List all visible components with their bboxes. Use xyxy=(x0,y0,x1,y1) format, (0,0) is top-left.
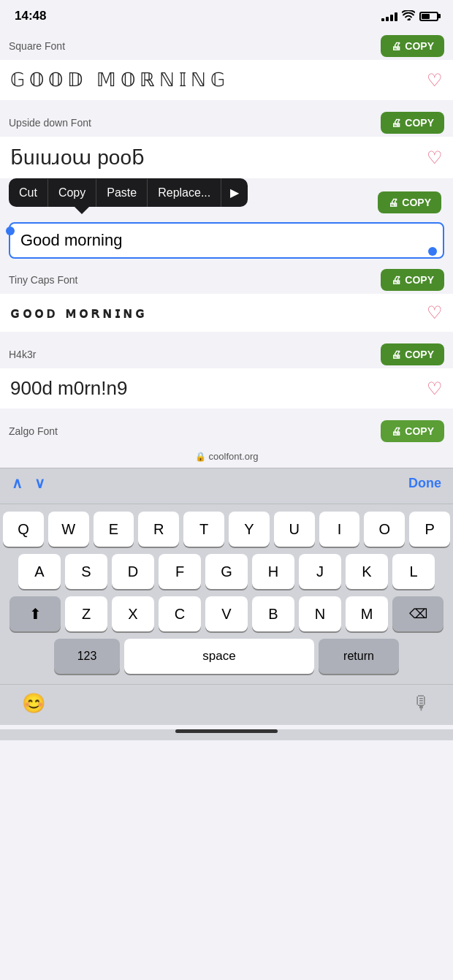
key-return[interactable]: return xyxy=(319,639,399,674)
status-bar: 14:48 xyxy=(0,0,453,29)
input-section: Cut Copy Paste Replace... ▶ 🖨 COPY xyxy=(0,183,453,259)
key-R[interactable]: R xyxy=(138,512,179,547)
context-menu-replace[interactable]: Replace... xyxy=(147,179,221,207)
square-font-label: Square Font xyxy=(9,40,65,52)
battery-icon xyxy=(419,12,438,21)
key-I[interactable]: I xyxy=(319,512,360,547)
key-H[interactable]: H xyxy=(252,554,294,589)
key-Z[interactable]: Z xyxy=(65,596,107,631)
text-input[interactable] xyxy=(9,222,444,259)
key-A[interactable]: A xyxy=(18,554,61,589)
website-url: coolfont.org xyxy=(209,451,259,462)
h4k3r-font-text: 900d m0rn!n9 xyxy=(10,377,427,400)
upside-down-font-card: Upside down Font 🖨 COPY ƃuıuɹoɯ pooƃ ♡ xyxy=(0,106,453,178)
key-Y[interactable]: Y xyxy=(229,512,270,547)
key-U[interactable]: U xyxy=(274,512,315,547)
copy-icon: 🖨 xyxy=(391,40,401,52)
upside-down-heart-icon[interactable]: ♡ xyxy=(427,148,443,168)
key-D[interactable]: D xyxy=(112,554,154,589)
mic-button[interactable]: 🎙 xyxy=(412,692,431,715)
square-heart-icon[interactable]: ♡ xyxy=(427,70,443,91)
selection-handle-right xyxy=(428,247,437,256)
tiny-caps-font-label-row: Tiny Caps Font 🖨 COPY xyxy=(0,263,453,294)
tiny-caps-heart-icon[interactable]: ♡ xyxy=(427,303,443,323)
status-time: 14:48 xyxy=(15,9,46,23)
key-O[interactable]: O xyxy=(364,512,405,547)
bottom-bar: 😊 🎙 xyxy=(0,684,453,725)
keyboard-row-4: 123 space return xyxy=(3,639,450,674)
square-copy-label: COPY xyxy=(405,40,434,52)
upside-down-font-text-row: ƃuıuɹoɯ pooƃ ♡ xyxy=(0,137,453,178)
context-menu-paste[interactable]: Paste xyxy=(96,179,147,207)
key-space[interactable]: space xyxy=(124,639,314,674)
predictive-bar xyxy=(0,498,453,504)
keyboard-row-2: A S D F G H J K L xyxy=(3,554,450,589)
key-P[interactable]: P xyxy=(409,512,450,547)
context-menu: Cut Copy Paste Replace... ▶ xyxy=(9,178,248,207)
square-font-card: Square Font 🖨 COPY 𝔾𝕆𝕆𝔻 𝕄𝕆ℝℕ𝕀ℕ𝔾 ♡ xyxy=(0,29,453,100)
key-Q[interactable]: Q xyxy=(3,512,44,547)
key-J[interactable]: J xyxy=(299,554,341,589)
keyboard: Q W E R T Y U I O P A S D F G H J K L ⬆ … xyxy=(0,504,453,684)
key-shift[interactable]: ⬆ xyxy=(9,596,61,631)
tiny-caps-copy-label: COPY xyxy=(405,274,434,286)
h4k3r-font-label: H4k3r xyxy=(9,349,36,360)
font-list: Square Font 🖨 COPY 𝔾𝕆𝕆𝔻 𝕄𝕆ℝℕ𝕀ℕ𝔾 ♡ Upside… xyxy=(0,29,453,468)
key-C[interactable]: C xyxy=(159,596,201,631)
tiny-caps-font-card: Tiny Caps Font 🖨 COPY ɢᴏᴏᴅ ᴍᴏʀɴɪɴɢ ♡ xyxy=(0,263,453,332)
keyboard-row-1: Q W E R T Y U I O P xyxy=(3,512,450,547)
toolbar-nav: ∧ ∨ xyxy=(12,474,45,492)
key-T[interactable]: T xyxy=(183,512,224,547)
key-S[interactable]: S xyxy=(65,554,107,589)
context-menu-arrow[interactable]: ▶ xyxy=(221,178,248,207)
key-X[interactable]: X xyxy=(112,596,154,631)
key-M[interactable]: M xyxy=(346,596,388,631)
zalgo-copy-label: COPY xyxy=(405,425,434,437)
toolbar-up-button[interactable]: ∧ xyxy=(12,474,23,492)
key-F[interactable]: F xyxy=(159,554,201,589)
h4k3r-font-text-row: 900d m0rn!n9 ♡ xyxy=(0,368,453,409)
upside-down-font-label-row: Upside down Font 🖨 COPY xyxy=(0,106,453,137)
context-menu-cut[interactable]: Cut xyxy=(9,179,47,207)
tiny-caps-copy-button[interactable]: 🖨 COPY xyxy=(381,269,444,291)
website-link[interactable]: 🔒 coolfont.org xyxy=(0,445,453,468)
tiny-caps-font-text-row: ɢᴏᴏᴅ ᴍᴏʀɴɪɴɢ ♡ xyxy=(0,294,453,332)
h4k3r-heart-icon[interactable]: ♡ xyxy=(427,379,443,399)
square-copy-button[interactable]: 🖨 COPY xyxy=(381,35,444,57)
key-N[interactable]: N xyxy=(299,596,341,631)
h4k3r-copy-button[interactable]: 🖨 COPY xyxy=(381,343,444,365)
lock-icon: 🔒 xyxy=(195,452,206,462)
key-L[interactable]: L xyxy=(392,554,435,589)
square-font-label-row: Square Font 🖨 COPY xyxy=(0,29,453,60)
key-B[interactable]: B xyxy=(252,596,294,631)
copy-icon-4: 🖨 xyxy=(391,274,401,286)
key-E[interactable]: E xyxy=(94,512,134,547)
input-copy-label: COPY xyxy=(402,197,431,208)
key-123[interactable]: 123 xyxy=(54,639,120,674)
copy-icon-2: 🖨 xyxy=(391,117,401,129)
tiny-caps-font-text: ɢᴏᴏᴅ ᴍᴏʀɴɪɴɢ xyxy=(10,304,427,322)
key-G[interactable]: G xyxy=(205,554,248,589)
h4k3r-copy-label: COPY xyxy=(405,349,434,360)
selection-handle-left xyxy=(6,227,15,235)
toolbar-done-button[interactable]: Done xyxy=(408,476,441,491)
zalgo-font-label-row: Zalgo Font 🖨 COPY xyxy=(0,414,453,445)
keyboard-row-3: ⬆ Z X C V B N M ⌫ xyxy=(3,596,450,631)
emoji-button[interactable]: 😊 xyxy=(22,692,45,715)
h4k3r-font-card: H4k3r 🖨 COPY 900d m0rn!n9 ♡ xyxy=(0,338,453,409)
toolbar-down-button[interactable]: ∨ xyxy=(34,474,45,492)
key-backspace[interactable]: ⌫ xyxy=(392,596,444,631)
upside-down-copy-label: COPY xyxy=(405,117,434,129)
zalgo-copy-button[interactable]: 🖨 COPY xyxy=(381,420,444,442)
upside-down-copy-button[interactable]: 🖨 COPY xyxy=(381,112,444,134)
key-W[interactable]: W xyxy=(48,512,89,547)
copy-icon-6: 🖨 xyxy=(391,425,401,437)
key-V[interactable]: V xyxy=(205,596,248,631)
key-K[interactable]: K xyxy=(346,554,388,589)
input-copy-button[interactable]: 🖨 COPY xyxy=(378,191,441,213)
keyboard-toolbar: ∧ ∨ Done xyxy=(0,468,453,498)
context-menu-copy[interactable]: Copy xyxy=(47,179,96,207)
wifi-icon xyxy=(402,10,415,23)
h4k3r-font-label-row: H4k3r 🖨 COPY xyxy=(0,338,453,368)
zalgo-font-label: Zalgo Font xyxy=(9,425,58,437)
